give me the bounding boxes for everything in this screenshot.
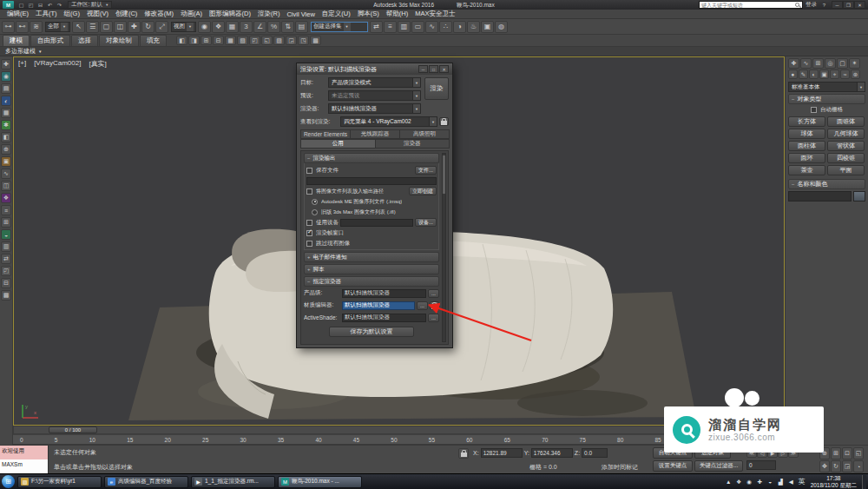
ribbon-tool-icon[interactable]: ◨ xyxy=(188,36,200,45)
rectangular-selection-region-icon[interactable]: ▢ xyxy=(100,21,113,33)
shapes-category-icon[interactable]: ✎ xyxy=(799,69,808,79)
edit-named-selection-sets-icon[interactable]: ▤ xyxy=(295,21,308,33)
menu-item[interactable]: 自定义(U) xyxy=(319,10,354,18)
tab-advanced-lighting[interactable]: 高级照明 xyxy=(399,129,450,139)
side-tool-icon[interactable]: ≡ xyxy=(1,205,11,215)
activeshade-renderer-field[interactable]: 默认扫描线渲染器 xyxy=(342,314,426,322)
select-by-name-icon[interactable]: ☰ xyxy=(86,21,99,33)
object-type-button[interactable]: 平面 xyxy=(827,165,865,175)
image-file-list-checkbox[interactable] xyxy=(306,188,312,195)
side-tool-icon[interactable]: ▦ xyxy=(1,108,11,118)
unlink-selection-icon[interactable]: ⊷ xyxy=(16,21,29,33)
material-editor-renderer-field[interactable]: 默认扫描线渲染器 xyxy=(342,301,415,310)
render-output-group-header[interactable]: −渲染输出 xyxy=(304,153,439,163)
object-type-button[interactable]: 长方体 xyxy=(788,116,825,127)
zoom-extents-icon[interactable]: ⊡ xyxy=(842,447,852,459)
update-tray-icon[interactable]: ✚ xyxy=(755,477,765,487)
menu-item[interactable]: Civil View xyxy=(283,10,318,18)
minimize-window-icon[interactable]: ─ xyxy=(832,1,843,9)
menu-item[interactable]: 渲染(R) xyxy=(254,10,283,18)
zoom-region-icon[interactable]: ◱ xyxy=(853,447,864,459)
ifl-radio[interactable] xyxy=(312,209,318,215)
select-and-scale-icon[interactable]: ⤢ xyxy=(155,21,168,33)
graphite-ribbon-toggle-icon[interactable]: ▭ xyxy=(411,21,424,33)
angle-snap-icon[interactable]: ∠ xyxy=(253,21,266,33)
taskbar-item-3dsmax[interactable]: M鞭鸟-2010.max - ... xyxy=(278,476,362,488)
named-selection-sets-combo[interactable]: 创建选择集▼ xyxy=(311,22,368,32)
volume-tray-icon[interactable]: ◀ xyxy=(786,477,796,487)
polygon-modeling-panel-label[interactable]: 多边形建模 xyxy=(5,47,36,56)
menu-item[interactable]: 修改器(M) xyxy=(141,10,177,18)
percent-snap-icon[interactable]: % xyxy=(267,21,280,33)
render-button[interactable]: 渲染 xyxy=(424,77,449,100)
save-file-icon[interactable]: ⊟ xyxy=(36,1,45,9)
security-tray-icon[interactable]: ❖ xyxy=(734,477,744,487)
menu-item[interactable]: 视图(V) xyxy=(83,10,112,18)
rollout-name-color[interactable]: −名称和颜色 xyxy=(788,179,865,189)
ribbon-tool-icon[interactable]: ◱ xyxy=(261,36,273,45)
lights-category-icon[interactable]: ◐ xyxy=(809,69,819,79)
cloud-tray-icon[interactable]: ◒ xyxy=(766,477,775,487)
use-device-checkbox[interactable] xyxy=(306,220,312,226)
file-button[interactable]: 文件... xyxy=(415,166,437,175)
preset-dropdown[interactable]: 未选定预设▼ xyxy=(328,90,421,101)
menu-item[interactable]: 动画(A) xyxy=(177,10,206,18)
side-tool-icon[interactable]: ▤ xyxy=(1,83,11,94)
create-panel-tab-icon[interactable]: ✚ xyxy=(788,58,799,69)
render-setup-icon[interactable]: ♨ xyxy=(467,21,480,33)
current-frame-field[interactable]: 0 xyxy=(746,460,776,470)
side-tool-icon[interactable]: ✱ xyxy=(1,120,11,130)
use-pivot-point-center-icon[interactable]: ◉ xyxy=(198,21,211,33)
tab-common[interactable]: 公用 xyxy=(300,139,376,149)
time-slider-handle[interactable]: 0 / 100 xyxy=(49,426,97,433)
layer-manager-icon[interactable]: ▥ xyxy=(398,21,411,33)
schematic-view-icon[interactable]: ∴ xyxy=(439,21,452,33)
production-renderer-field[interactable]: 默认扫描线渲染器 xyxy=(342,289,426,298)
show-desktop-button[interactable] xyxy=(862,475,866,489)
ribbon-tab-freeform[interactable]: 自由形式 xyxy=(30,35,70,46)
rollout-assign-renderer[interactable]: −指定渲染器 xyxy=(304,276,439,287)
menu-item[interactable]: 脚本(S) xyxy=(354,10,383,18)
y-coordinate-field[interactable]: 17624.346 xyxy=(531,448,573,458)
ribbon-tool-icon[interactable]: ⊟ xyxy=(213,36,224,45)
key-filters-button[interactable]: 关键点过滤器... xyxy=(694,460,743,472)
side-tool-icon[interactable]: ⊕ xyxy=(1,144,11,155)
ribbon-tool-icon[interactable]: ◰ xyxy=(249,36,260,45)
side-tool-icon[interactable]: ◫ xyxy=(1,181,11,191)
ribbon-tab-object-paint[interactable]: 对象绘制 xyxy=(99,35,139,46)
rendered-frame-window-checkbox[interactable] xyxy=(306,230,312,236)
viewport-lock-toggle[interactable] xyxy=(439,117,449,126)
pan-icon[interactable]: ✥ xyxy=(819,460,830,472)
align-icon[interactable]: ≡ xyxy=(384,21,397,33)
modify-panel-tab-icon[interactable]: ∿ xyxy=(800,58,812,69)
scrollbar-thumb[interactable] xyxy=(443,155,445,194)
cameras-category-icon[interactable]: ▣ xyxy=(819,69,829,79)
zoom-all-icon[interactable]: ⊞ xyxy=(831,447,841,459)
maxscript-mini-listener[interactable]: 欢迎使用 MAXSm xyxy=(0,446,49,474)
viewport-general-menu[interactable]: [+] xyxy=(18,59,26,69)
side-tool-icon[interactable]: ⊟ xyxy=(1,278,11,288)
reference-coordinate-system-dropdown[interactable]: 视图▼ xyxy=(171,22,196,32)
select-and-manipulate-icon[interactable]: ❖ xyxy=(212,21,225,33)
hierarchy-panel-tab-icon[interactable]: ⊞ xyxy=(812,58,824,69)
side-tool-icon[interactable]: ∿ xyxy=(1,169,11,179)
bind-to-space-warp-icon[interactable]: ≋ xyxy=(30,21,43,33)
taskbar-item-media-player[interactable]: ▶1_1_指定渲染器.rm... xyxy=(191,476,275,488)
ribbon-tool-icon[interactable]: ◧ xyxy=(176,36,187,45)
ribbon-tool-icon[interactable]: ◲ xyxy=(286,36,297,45)
set-key-button[interactable]: 设置关键点 xyxy=(653,460,693,472)
maximize-viewport-toggle-icon[interactable]: ◲ xyxy=(842,460,852,472)
mirror-icon[interactable]: ⇄ xyxy=(370,21,383,33)
side-tool-icon[interactable]: ◉ xyxy=(1,71,11,82)
ribbon-tool-icon[interactable]: ◳ xyxy=(298,36,309,45)
hidden-icons-chevron-icon[interactable]: ▲ xyxy=(724,477,733,487)
snaps-toggle-icon[interactable]: 3 xyxy=(240,21,253,33)
side-tool-icon[interactable]: ◒ xyxy=(1,229,11,240)
search-input[interactable] xyxy=(700,3,795,8)
field-of-view-icon[interactable]: ◔ xyxy=(853,460,864,472)
3ds-max-logo-icon[interactable]: M xyxy=(3,1,14,9)
select-and-link-icon[interactable]: ⊶ xyxy=(2,21,15,33)
taskbar-item-explorer[interactable]: ▨F:\另一家资料\yr1 xyxy=(17,476,102,488)
orbit-icon[interactable]: ↻ xyxy=(831,460,841,472)
open-file-icon[interactable]: ◰ xyxy=(26,1,36,9)
